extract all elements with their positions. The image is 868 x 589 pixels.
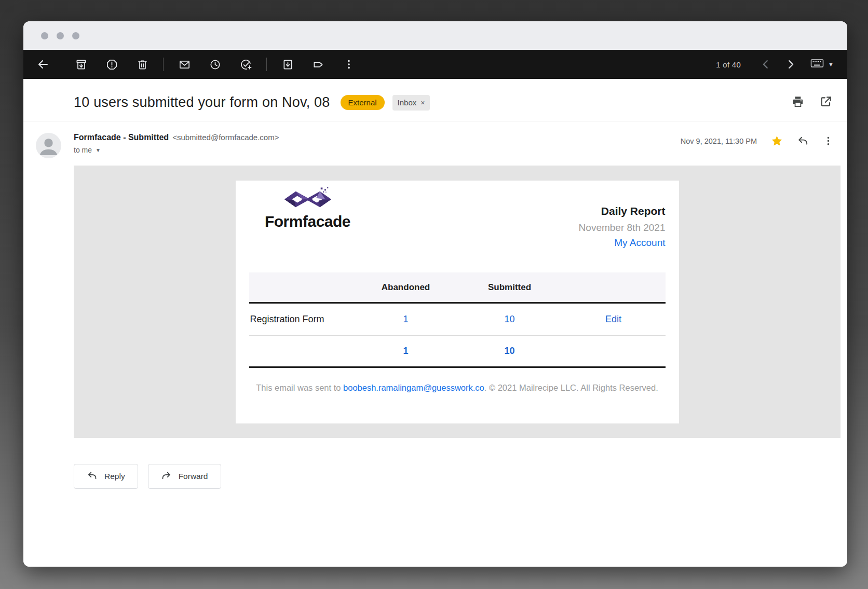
- star-icon[interactable]: [771, 135, 783, 147]
- inbox-label-chip[interactable]: Inbox ×: [392, 95, 430, 111]
- toolbar-right-group: 1 of 40 ▼: [716, 52, 837, 77]
- reply-button-label: Reply: [104, 472, 125, 481]
- browser-window: 1 of 40 ▼ 10 users submitted your form o…: [23, 21, 847, 567]
- external-badge: External: [341, 95, 385, 110]
- remove-label-icon[interactable]: ×: [421, 99, 425, 107]
- subject-row: 10 users submitted your form on Nov, 08 …: [23, 79, 847, 121]
- more-options-icon[interactable]: [336, 52, 361, 77]
- subject-title: 10 users submitted your form on Nov, 08: [74, 94, 330, 111]
- brand-logo: Formfacade: [262, 187, 354, 249]
- forward-arrow-icon: [161, 470, 172, 483]
- reply-arrow-icon: [87, 470, 98, 483]
- delete-icon[interactable]: [130, 52, 155, 77]
- message-view: 10 users submitted your form on Nov, 08 …: [23, 79, 847, 567]
- chevron-down-icon: ▼: [828, 61, 834, 67]
- report-header: Daily Report November 8th 2021 My Accoun…: [579, 187, 666, 249]
- newer-chevron-left-icon[interactable]: [753, 52, 778, 77]
- add-to-tasks-icon[interactable]: [233, 52, 258, 77]
- forward-button-label: Forward: [179, 472, 208, 481]
- infinity-logo-icon: [283, 187, 333, 212]
- footer-text-suffix: . © 2021 Mailrecipe LLC. All Rights Rese…: [484, 383, 658, 392]
- recipient-label: to me: [74, 146, 92, 154]
- message-actions: Reply Forward: [74, 464, 847, 489]
- message-more-icon[interactable]: [823, 135, 834, 146]
- sender-name: Formfacade - Submitted: [74, 133, 169, 142]
- toolbar-divider: [163, 58, 164, 71]
- sender-row: Formfacade - Submitted<submitted@formfac…: [23, 121, 847, 166]
- edit-link[interactable]: Edit: [562, 314, 666, 325]
- recipient-details-button[interactable]: to me ▼: [74, 146, 101, 154]
- subject-actions: [791, 95, 835, 111]
- report-table: Abandoned Submitted Registration Form 1 …: [249, 272, 666, 368]
- sender-avatar: [36, 133, 61, 158]
- window-control-close[interactable]: [41, 32, 48, 39]
- form-name: Registration Form: [249, 314, 354, 325]
- recipient-email-link[interactable]: boobesh.ramalingam@guesswork.co: [343, 383, 484, 392]
- submitted-count-link[interactable]: 10: [458, 314, 562, 325]
- back-icon[interactable]: [31, 52, 56, 77]
- table-totals-row: 1 10: [249, 336, 666, 368]
- toolbar-divider: [266, 58, 267, 71]
- print-icon[interactable]: [791, 95, 805, 111]
- snooze-icon[interactable]: [202, 52, 227, 77]
- inbox-label-text: Inbox: [398, 98, 417, 107]
- reply-icon[interactable]: [797, 135, 809, 147]
- email-footer: This email was sent to boobesh.ramalinga…: [249, 368, 666, 393]
- older-chevron-right-icon[interactable]: [778, 52, 803, 77]
- mark-unread-icon[interactable]: [172, 52, 197, 77]
- labels-icon[interactable]: [306, 52, 331, 77]
- message-meta: Nov 9, 2021, 11:30 PM: [681, 132, 834, 147]
- abandoned-count-link[interactable]: 1: [354, 314, 458, 325]
- report-title: Daily Report: [579, 205, 666, 217]
- input-tools-button[interactable]: ▼: [807, 54, 837, 74]
- archive-icon[interactable]: [69, 52, 93, 77]
- total-abandoned[interactable]: 1: [354, 346, 458, 357]
- email-card: Formfacade Daily Report November 8th 202…: [236, 181, 679, 423]
- column-header-abandoned: Abandoned: [354, 282, 458, 293]
- forward-button[interactable]: Forward: [148, 464, 221, 489]
- table-row: Registration Form 1 10 Edit: [249, 304, 666, 336]
- window-control-maximize[interactable]: [72, 32, 79, 39]
- email-card-header: Formfacade Daily Report November 8th 202…: [249, 181, 666, 249]
- brand-wordmark: Formfacade: [262, 213, 354, 230]
- my-account-link[interactable]: My Account: [579, 237, 666, 249]
- keyboard-icon: [810, 58, 824, 71]
- report-spam-icon[interactable]: [99, 52, 124, 77]
- sender-info: Formfacade - Submitted<submitted@formfac…: [74, 132, 681, 155]
- sender-email: <submitted@formfacade.com>: [172, 133, 279, 142]
- total-submitted[interactable]: 10: [458, 346, 562, 357]
- mail-toolbar: 1 of 40 ▼: [23, 50, 847, 79]
- chevron-down-icon: ▼: [96, 147, 101, 153]
- message-date: Nov 9, 2021, 11:30 PM: [681, 137, 757, 145]
- reply-button[interactable]: Reply: [74, 464, 138, 489]
- window-control-minimize[interactable]: [57, 32, 64, 39]
- window-titlebar: [23, 21, 847, 50]
- email-body-background: Formfacade Daily Report November 8th 202…: [74, 166, 840, 438]
- open-in-new-icon[interactable]: [819, 95, 833, 111]
- column-header-submitted: Submitted: [458, 282, 562, 293]
- report-date: November 8th 2021: [579, 222, 666, 234]
- table-header-row: Abandoned Submitted: [249, 272, 666, 304]
- footer-text-prefix: This email was sent to: [256, 383, 343, 392]
- move-to-icon[interactable]: [275, 52, 300, 77]
- pagination-counter: 1 of 40: [716, 60, 741, 69]
